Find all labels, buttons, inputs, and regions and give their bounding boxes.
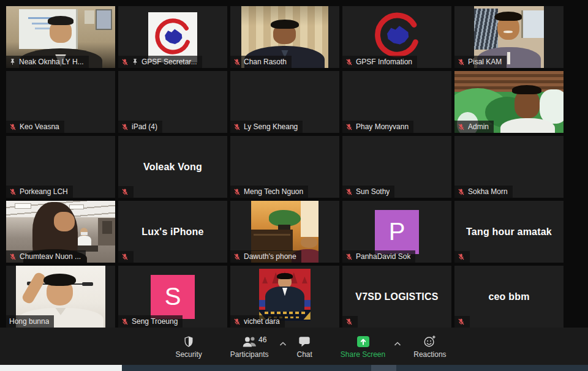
participant-tile[interactable]: GPSF Infomation: [342, 6, 451, 68]
participant-nameplate: Porkeang LCH: [6, 186, 73, 198]
participant-name-label: Seng Troeung: [132, 317, 178, 326]
participant-nameplate: Phay Monyvann: [342, 121, 413, 133]
share-screen-button[interactable]: Share Screen: [341, 334, 385, 359]
participant-tile[interactable]: PPanhaDavid Sok: [342, 201, 451, 263]
participant-nameplate: [454, 316, 470, 328]
participant-name-label: Sokha Morn: [468, 187, 508, 196]
security-label: Security: [175, 350, 202, 359]
muted-mic-icon: [345, 123, 353, 131]
participant-tile[interactable]: Chan Rasoth: [230, 6, 339, 68]
participant-name-label: iPad (4): [132, 122, 157, 131]
participant-name-center: Tang hour amatak: [454, 201, 564, 263]
participant-name-center: Voleak Vong: [118, 136, 227, 198]
participant-tile[interactable]: Neak Oknha LY H...: [6, 6, 115, 68]
participant-nameplate: GPSF Infomation: [342, 56, 417, 68]
participant-tile[interactable]: iPad (4): [118, 71, 227, 133]
avatar-letter: S: [165, 283, 181, 310]
participant-tile[interactable]: Voleak Vong: [118, 136, 227, 198]
muted-mic-icon: [458, 188, 465, 196]
muted-mic-icon: [233, 58, 241, 66]
participant-nameplate: PanhaDavid Sok: [342, 250, 415, 263]
background-window-light-block: [371, 365, 396, 371]
participant-name-label: Pisal KAM: [468, 58, 502, 66]
participant-nameplate: Pisal KAM: [454, 56, 507, 68]
participant-name-label: Chumteav Nuon ...: [20, 252, 81, 261]
chat-button[interactable]: Chat: [296, 334, 312, 359]
participant-nameplate: Meng Tech Nguon: [230, 186, 308, 198]
participant-name-label: Porkeang LCH: [20, 187, 68, 196]
muted-mic-icon: [233, 253, 241, 261]
participant-name-label: GPSF Secretar...: [141, 58, 197, 66]
participant-name-label: Dawuth's phone: [244, 252, 296, 261]
participant-tile[interactable]: GPSF Secretar...: [118, 6, 227, 68]
participant-name-label: PanhaDavid Sok: [356, 252, 410, 261]
participant-tile[interactable]: ceo bbm: [454, 266, 564, 328]
share-screen-icon: [356, 334, 370, 348]
chat-bubble-icon: [298, 334, 311, 348]
participant-tile[interactable]: Chumteav Nuon ...: [6, 201, 115, 263]
gpsf-logo: [153, 18, 192, 57]
participant-nameplate: Keo Veasna: [6, 121, 64, 133]
participant-tile[interactable]: Meng Tech Nguon: [230, 136, 339, 198]
participant-nameplate: Neak Oknha LY H...: [6, 56, 89, 68]
participant-name-center: V7SD LOGISTICS: [342, 266, 451, 328]
participant-tile[interactable]: Dawuth's phone: [230, 201, 339, 263]
chat-label: Chat: [296, 350, 312, 359]
muted-mic-icon: [121, 318, 129, 326]
muted-mic-icon: [121, 188, 129, 196]
participant-nameplate: [342, 316, 358, 328]
participant-tile[interactable]: Porkeang LCH: [6, 136, 115, 198]
participant-name-label: Sun Sothy: [356, 187, 390, 196]
participant-tile[interactable]: Phay Monyvann: [342, 71, 451, 133]
participant-tile[interactable]: V7SD LOGISTICS: [342, 266, 451, 328]
muted-mic-icon: [233, 123, 241, 131]
participant-nameplate: Ly Seng Kheang: [230, 121, 303, 133]
participant-name-label: Hong bunna: [9, 317, 49, 326]
participant-tile[interactable]: Sokha Morn: [454, 136, 564, 198]
participant-name-label: Keo Veasna: [20, 122, 59, 131]
participant-nameplate: Chumteav Nuon ...: [6, 250, 86, 263]
participant-tile[interactable]: Keo Veasna: [6, 71, 115, 133]
participant-count: 46: [258, 335, 266, 344]
participants-button[interactable]: 46 Participants: [230, 334, 269, 359]
participant-name-center: ceo bbm: [454, 266, 564, 328]
participant-nameplate: Admin: [454, 121, 494, 133]
participant-nameplate: [454, 251, 470, 263]
participant-name-label: GPSF Infomation: [356, 58, 412, 66]
participant-tile[interactable]: Hong bunna: [6, 266, 115, 328]
muted-mic-icon: [121, 253, 129, 261]
participant-tile[interactable]: SSeng Troeung: [118, 266, 227, 328]
reactions-button[interactable]: Reactions: [413, 334, 446, 359]
participant-name-label: Chan Rasoth: [244, 58, 287, 66]
pin-icon: [132, 58, 138, 66]
participant-nameplate: Hong bunna: [6, 315, 54, 328]
participant-tile[interactable]: Admin: [454, 71, 564, 133]
muted-mic-icon: [345, 188, 353, 196]
muted-mic-icon: [121, 123, 129, 131]
participant-name-label: Phay Monyvann: [356, 122, 409, 131]
participant-name-label: Neak Oknha LY H...: [19, 58, 84, 66]
participant-tile[interactable]: Sun Sothy: [342, 136, 451, 198]
pin-icon: [9, 58, 16, 66]
participant-tile[interactable]: Ly Seng Kheang: [230, 71, 339, 133]
people-icon: [241, 334, 258, 348]
participant-tile[interactable]: Pisal KAM: [454, 6, 564, 68]
gpsf-logo: [372, 12, 421, 61]
muted-mic-icon: [121, 58, 129, 66]
meeting-toolbar: Security 46 Participants Chat Share Scre…: [0, 328, 588, 365]
background-window-edge: [0, 365, 588, 371]
smiley-plus-icon: [423, 334, 437, 348]
muted-mic-icon: [458, 318, 465, 326]
participant-tile[interactable]: vichet dara: [230, 266, 339, 328]
participants-label: Participants: [230, 350, 269, 359]
chevron-up-icon[interactable]: [279, 339, 287, 348]
participant-name-label: vichet dara: [244, 317, 280, 326]
chevron-up-icon[interactable]: [394, 339, 401, 348]
muted-mic-icon: [345, 253, 353, 261]
muted-mic-icon: [345, 318, 353, 326]
participant-nameplate: vichet dara: [230, 315, 285, 328]
background-window-light-segment: [0, 365, 122, 371]
security-button[interactable]: Security: [175, 334, 202, 359]
participant-tile[interactable]: Lux's iPhone: [118, 201, 227, 263]
participant-tile[interactable]: Tang hour amatak: [454, 201, 564, 263]
